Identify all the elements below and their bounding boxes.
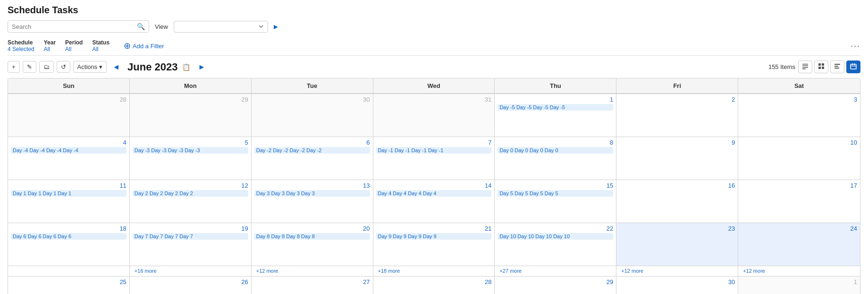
day-number: 30 (254, 96, 370, 103)
schedule-filter[interactable]: Schedule 4 Selected (8, 39, 34, 52)
calendar-view-button[interactable] (846, 61, 860, 73)
more-cell-w3d4[interactable]: +27 more (495, 266, 616, 276)
calendar-cell-w3d6[interactable]: 24 (738, 223, 860, 266)
year-filter[interactable]: Year All (44, 39, 56, 52)
calendar-cell-w4d4[interactable]: 29 (495, 277, 616, 294)
calendar-cell-w4d2[interactable]: 27 (252, 277, 373, 294)
add-filter-button[interactable]: ⊕ Add a Filter (124, 41, 164, 51)
period-filter-value[interactable]: All (65, 46, 83, 52)
calendar-event[interactable]: Day 9 Day 9 Day 9 Day 9 (376, 233, 492, 240)
calendar-cell-w1d1[interactable]: 5Day -3 Day -3 Day -3 Day -3 (130, 137, 252, 180)
calendar-cell-w1d5[interactable]: 9 (616, 137, 738, 180)
add-button[interactable]: + (8, 61, 20, 73)
svg-rect-11 (851, 64, 856, 69)
calendar-event[interactable]: Day 2 Day 2 Day 2 Day 2 (133, 190, 248, 197)
status-filter[interactable]: Status All (92, 39, 110, 52)
more-options-icon[interactable]: ··· (851, 41, 860, 51)
calendar-cell-w4d6[interactable]: 1 (738, 277, 860, 294)
calendar-event[interactable]: Day -3 Day -3 Day -3 Day -3 (133, 147, 248, 154)
calendar-cell-w3d0[interactable]: 18Day 6 Day 6 Day 6 Day 6 (8, 223, 130, 266)
next-month-button[interactable]: ► (195, 62, 208, 72)
year-filter-value[interactable]: All (44, 46, 56, 52)
calendar-event[interactable]: Day 0 Day 0 Day 0 Day 0 (497, 147, 613, 154)
calendar-cell-w1d2[interactable]: 6Day -2 Day -2 Day -2 Day -2 (252, 137, 373, 180)
more-items-link[interactable]: +18 more (376, 268, 402, 274)
view-label: View (155, 23, 168, 30)
calendar-cell-w4d3[interactable]: 28 (373, 277, 495, 294)
calendar-cell-w1d6[interactable]: 10 (738, 137, 860, 180)
calendar-copy-icon[interactable]: 📋 (182, 63, 190, 71)
calendar-event[interactable]: Day 7 Day 7 Day 7 Day 7 (133, 233, 248, 240)
more-items-link[interactable]: +12 more (254, 268, 280, 274)
svg-rect-10 (834, 68, 839, 69)
search-input[interactable] (12, 23, 137, 30)
calendar-cell-w4d5[interactable]: 30 (616, 277, 738, 294)
calendar-cell-w0d4[interactable]: 1Day -5 Day -5 Day -5 Day -5 (495, 94, 616, 137)
calendar-event[interactable]: Day 4 Day 4 Day 4 Day 4 (376, 190, 492, 197)
refresh-button[interactable]: ↺ (57, 61, 70, 73)
items-count: 155 Items (768, 63, 795, 70)
calendar-event[interactable]: Day 1 Day 1 Day 1 Day 1 (11, 190, 126, 197)
calendar-cell-w2d0[interactable]: 11Day 1 Day 1 Day 1 Day 1 (8, 180, 130, 223)
calendar-week-4: 2526272829301 (8, 277, 860, 294)
calendar-cell-w0d3[interactable]: 31 (373, 94, 495, 137)
edit-button[interactable]: ✎ (23, 61, 36, 73)
svg-rect-6 (818, 67, 821, 69)
calendar-event[interactable]: Day 5 Day 5 Day 5 Day 5 (497, 190, 613, 197)
calendar-cell-w3d3[interactable]: 21Day 9 Day 9 Day 9 Day 9 (373, 223, 495, 266)
header-wed: Wed (373, 78, 495, 93)
period-filter[interactable]: Period All (65, 39, 83, 52)
search-icon[interactable]: 🔍 (137, 23, 145, 30)
calendar-cell-w3d5[interactable]: 23 (616, 223, 738, 266)
calendar-cell-w0d6[interactable]: 3 (738, 94, 860, 137)
calendar-event[interactable]: Day 3 Day 3 Day 3 Day 3 (254, 190, 370, 197)
calendar-cell-w2d1[interactable]: 12Day 2 Day 2 Day 2 Day 2 (130, 180, 252, 223)
more-cell-w3d1[interactable]: +16 more (130, 266, 252, 276)
calendar-event[interactable]: Day 10 Day 10 Day 10 Day 10 (497, 233, 613, 240)
schedule-filter-value[interactable]: 4 Selected (8, 46, 34, 52)
more-items-link[interactable]: +16 more (133, 268, 159, 274)
calendar-event[interactable]: Day -2 Day -2 Day -2 Day -2 (254, 147, 370, 154)
calendar-cell-w4d1[interactable]: 26 (130, 277, 252, 294)
prev-month-button[interactable]: ◄ (110, 62, 123, 72)
more-cell-w3d5[interactable]: +12 more (616, 266, 738, 276)
calendar-event[interactable]: Day -4 Day -4 Day -4 Day -4 (11, 147, 126, 154)
calendar-week-1: 4Day -4 Day -4 Day -4 Day -45Day -3 Day … (8, 137, 860, 180)
calendar-cell-w0d5[interactable]: 2 (616, 94, 738, 137)
calendar-event[interactable]: Day 6 Day 6 Day 6 Day 6 (11, 233, 126, 240)
calendar-cell-w2d3[interactable]: 14Day 4 Day 4 Day 4 Day 4 (373, 180, 495, 223)
calendar-cell-w4d0[interactable]: 25 (8, 277, 130, 294)
grid-view-button[interactable] (814, 61, 828, 73)
folder-button[interactable]: 🗂 (39, 61, 54, 73)
timeline-view-button[interactable] (830, 61, 844, 73)
day-number: 29 (497, 278, 613, 285)
more-items-link[interactable]: +27 more (497, 268, 523, 274)
filter-icon[interactable]: ▸ (274, 21, 278, 32)
calendar-cell-w2d4[interactable]: 15Day 5 Day 5 Day 5 Day 5 (495, 180, 616, 223)
calendar-cell-w2d5[interactable]: 16 (616, 180, 738, 223)
calendar-cell-w1d4[interactable]: 8Day 0 Day 0 Day 0 Day 0 (495, 137, 616, 180)
calendar-event[interactable]: Day -5 Day -5 Day -5 Day -5 (497, 104, 613, 111)
calendar-cell-w1d3[interactable]: 7Day -1 Day -1 Day -1 Day -1 (373, 137, 495, 180)
calendar-cell-w3d1[interactable]: 19Day 7 Day 7 Day 7 Day 7 (130, 223, 252, 266)
list-view-button[interactable] (798, 61, 812, 73)
calendar-cell-w3d4[interactable]: 22Day 10 Day 10 Day 10 Day 10 (495, 223, 616, 266)
day-number: 11 (11, 182, 126, 189)
more-cell-w3d3[interactable]: +18 more (373, 266, 495, 276)
more-items-link[interactable]: +12 more (741, 268, 767, 274)
more-cell-w3d2[interactable]: +12 more (252, 266, 373, 276)
more-items-link[interactable]: +12 more (619, 268, 645, 274)
calendar-cell-w0d0[interactable]: 28 (8, 94, 130, 137)
status-filter-value[interactable]: All (92, 46, 110, 52)
view-select[interactable] (174, 21, 268, 33)
calendar-cell-w0d1[interactable]: 29 (130, 94, 252, 137)
calendar-cell-w3d2[interactable]: 20Day 8 Day 8 Day 8 Day 8 (252, 223, 373, 266)
more-cell-w3d6[interactable]: +12 more (738, 266, 860, 276)
calendar-cell-w2d2[interactable]: 13Day 3 Day 3 Day 3 Day 3 (252, 180, 373, 223)
calendar-cell-w2d6[interactable]: 17 (738, 180, 860, 223)
actions-button[interactable]: Actions ▾ (73, 61, 107, 73)
calendar-event[interactable]: Day 8 Day 8 Day 8 Day 8 (254, 233, 370, 240)
calendar-event[interactable]: Day -1 Day -1 Day -1 Day -1 (376, 147, 492, 154)
calendar-cell-w0d2[interactable]: 30 (252, 94, 373, 137)
calendar-cell-w1d0[interactable]: 4Day -4 Day -4 Day -4 Day -4 (8, 137, 130, 180)
